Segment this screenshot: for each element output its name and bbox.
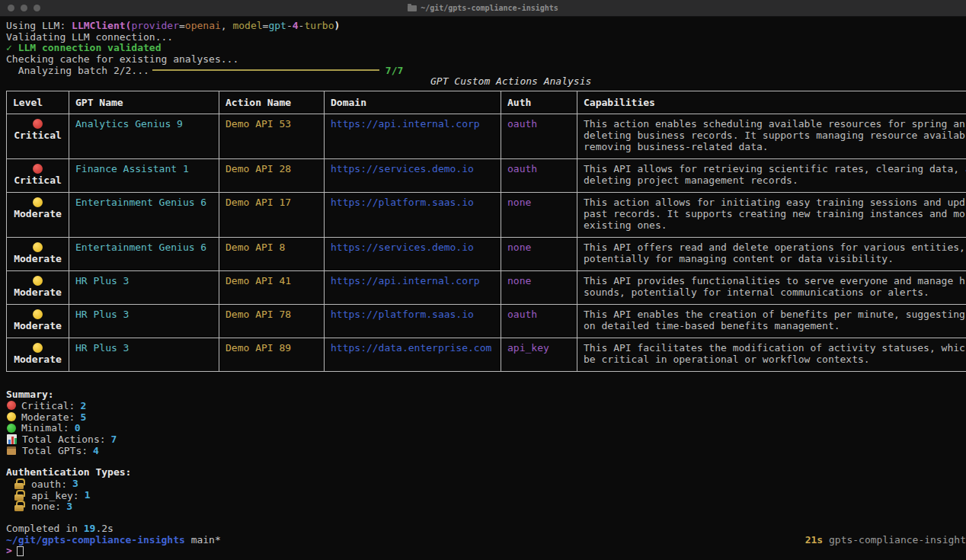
- domain-cell: https://services.demo.io: [325, 238, 501, 271]
- domain-cell: https://api.internal.corp: [325, 271, 501, 305]
- terminal-content[interactable]: Using LLM: LLMClient(provider=openai, mo…: [0, 17, 966, 557]
- log-line-validated: ✓ LLM connection validated: [6, 43, 966, 54]
- capabilities-cell: This action allows for initiating easy t…: [577, 193, 966, 238]
- check-icon: ✓: [6, 42, 12, 53]
- capabilities-cell: This API offers read and delete operatio…: [577, 238, 966, 271]
- gpt-name-cell: Entertainment Genius 6: [69, 193, 219, 238]
- red-circle-icon: [33, 119, 43, 129]
- yellow-circle-icon: [33, 343, 43, 353]
- summary-value: 5: [80, 411, 86, 423]
- table-row: Moderate Entertainment Genius 6 Demo API…: [7, 193, 966, 238]
- command-duration: 21s: [805, 534, 823, 546]
- table-header-row: Level GPT Name Action Name Domain Auth C…: [7, 91, 966, 114]
- git-branch: main*: [185, 534, 221, 546]
- summary-item: Moderate:5: [6, 412, 966, 424]
- table-row: Moderate HR Plus 3 Demo API 89 https://d…: [7, 338, 966, 372]
- auth-type-value: 1: [85, 489, 91, 501]
- auth-cell: oauth: [501, 159, 577, 193]
- package-icon: [7, 446, 16, 455]
- level-label: Moderate: [13, 286, 62, 298]
- header-gpt-name: GPT Name: [69, 91, 219, 114]
- action-name-cell: Demo API 41: [219, 271, 325, 305]
- cwd-path: ~/git/gpts-compliance-insights: [6, 534, 185, 546]
- table-row: Moderate HR Plus 3 Demo API 78 https://p…: [7, 305, 966, 338]
- capabilities-cell: This API facilitates the modification of…: [577, 338, 966, 372]
- gpt-name-cell: Analytics Genius 9: [69, 114, 219, 159]
- auth-type-value: 3: [66, 501, 72, 512]
- action-name-cell: Demo API 53: [219, 114, 325, 159]
- session-name: gpts-compliance-insight: [823, 534, 966, 546]
- window-title: ~/git/gpts-compliance-insights: [0, 4, 966, 12]
- right-status: 21s gpts-compliance-insight: [805, 535, 966, 546]
- yellow-circle-icon: [33, 276, 43, 286]
- gpt-name-cell: HR Plus 3: [69, 271, 219, 305]
- summary-item: Critical:2: [6, 401, 966, 412]
- folder-icon: [408, 5, 417, 11]
- red-circle-icon: [7, 401, 16, 410]
- auth-type-item: oauth:3: [6, 478, 966, 490]
- progress-bar: [152, 69, 379, 71]
- auth-cell: oauth: [501, 305, 577, 338]
- action-name-cell: Demo API 89: [219, 338, 325, 372]
- auth-cell: none: [501, 271, 577, 305]
- domain-cell: https://api.internal.corp: [325, 114, 501, 159]
- auth-type-item: api_key:1: [6, 490, 966, 501]
- log-line-using-llm: Using LLM: LLMClient(provider=openai, mo…: [6, 21, 966, 32]
- gpt-name-cell: Finance Assistant 1: [69, 159, 219, 193]
- lock-icon: [14, 478, 24, 489]
- level-label: Moderate: [13, 208, 62, 219]
- capabilities-cell: This API provides functionalities to ser…: [577, 271, 966, 305]
- gpt-name-cell: HR Plus 3: [69, 305, 219, 338]
- terminal-cursor[interactable]: [17, 546, 24, 556]
- elapsed-seconds: 19: [84, 523, 96, 534]
- lock-icon: [14, 501, 24, 511]
- completed-line: Completed in 19.2s: [6, 523, 966, 535]
- analysis-table-container: Level GPT Name Action Name Domain Auth C…: [6, 91, 966, 372]
- header-auth: Auth: [501, 91, 577, 114]
- prompt-line[interactable]: >: [6, 546, 966, 557]
- shell-status-line: ~/git/gpts-compliance-insights main* 21s…: [6, 535, 966, 546]
- yellow-circle-icon: [7, 412, 16, 421]
- analysis-table: Level GPT Name Action Name Domain Auth C…: [6, 91, 966, 372]
- lock-icon: [14, 490, 24, 501]
- action-name-cell: Demo API 28: [219, 159, 325, 193]
- header-action-name: Action Name: [219, 91, 325, 114]
- table-row: Moderate HR Plus 3 Demo API 41 https://a…: [7, 271, 966, 305]
- auth-cell: oauth: [501, 114, 577, 159]
- log-line-cache: Checking cache for existing analyses...: [6, 54, 966, 66]
- summary-title: Summary:: [6, 389, 966, 401]
- domain-cell: https://platform.saas.io: [325, 305, 501, 338]
- auth-types-title: Authentication Types:: [6, 467, 966, 478]
- summary-value: 7: [111, 434, 117, 445]
- summary-item: Minimal:0: [6, 423, 966, 434]
- header-domain: Domain: [325, 91, 501, 114]
- green-circle-icon: [7, 424, 16, 433]
- level-label: Moderate: [13, 354, 62, 365]
- domain-cell: https://data.enterprise.com: [325, 338, 501, 372]
- log-line-progress: Analyzing batch 2/2...7/7: [6, 66, 966, 77]
- gpt-name-cell: HR Plus 3: [69, 338, 219, 372]
- red-circle-icon: [33, 164, 43, 174]
- header-level: Level: [7, 91, 69, 114]
- level-label: Moderate: [13, 320, 62, 331]
- summary-value: 0: [75, 422, 81, 434]
- capabilities-cell: This action enables scheduling available…: [577, 114, 966, 159]
- auth-type-item: none:3: [6, 501, 966, 512]
- titlebar: ~/git/gpts-compliance-insights: [0, 0, 966, 17]
- yellow-circle-icon: [33, 242, 43, 252]
- yellow-circle-icon: [33, 309, 43, 319]
- bar-chart-icon: [7, 434, 17, 444]
- analysis-table-title: GPT Custom Actions Analysis: [6, 76, 966, 88]
- level-label: Critical: [13, 130, 62, 141]
- level-label: Moderate: [13, 253, 62, 264]
- summary-item: Total Actions:7: [6, 434, 966, 446]
- capabilities-cell: This API enables the creation of benefit…: [577, 305, 966, 338]
- header-capabilities: Capabilities: [577, 91, 966, 114]
- gpt-name-cell: Entertainment Genius 6: [69, 238, 219, 271]
- window-title-text: ~/git/gpts-compliance-insights: [421, 4, 558, 12]
- action-name-cell: Demo API 8: [219, 238, 325, 271]
- capabilities-cell: This API allows for retrieving scientifi…: [577, 159, 966, 193]
- progress-count: 7/7: [385, 65, 403, 76]
- summary-value: 4: [93, 445, 99, 456]
- cwd-and-branch: ~/git/gpts-compliance-insights main*: [6, 535, 221, 546]
